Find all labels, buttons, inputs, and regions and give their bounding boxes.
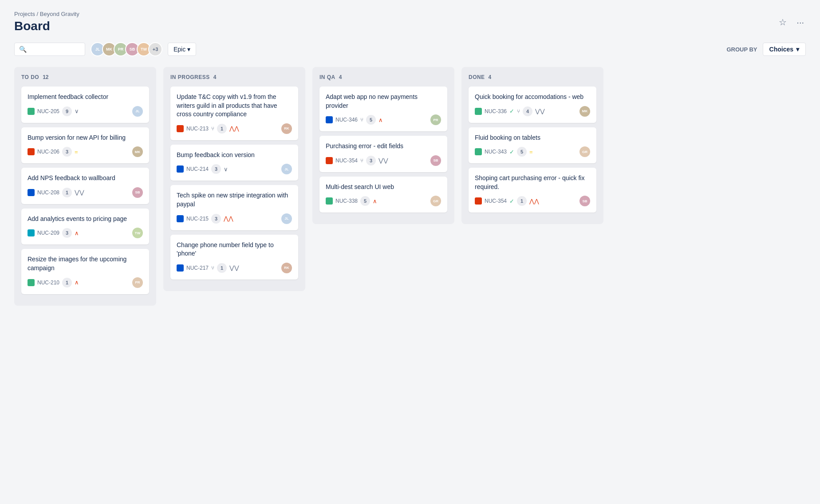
check-icon: ✓ — [509, 108, 514, 114]
check-icon: ✓ — [509, 198, 514, 205]
card[interactable]: Add NPS feedback to wallboard NUC-2081⋁⋁… — [21, 168, 149, 204]
card-title: Purchasing error - edit fields — [326, 142, 441, 151]
choices-button[interactable]: Choices ▾ — [763, 43, 806, 56]
card-footer: NUC-2093∧TW — [28, 228, 143, 238]
column-header: DONE 4 — [469, 74, 596, 80]
issue-type-icon — [177, 125, 184, 132]
issue-type-icon — [28, 189, 35, 196]
issue-id: NUC-346 — [335, 117, 358, 123]
card[interactable]: Implement feedback collector NUC-2059∨JL — [21, 87, 149, 123]
card-footer: NUC-2153⋀⋀JL — [177, 213, 292, 224]
count-badge: 3 — [211, 164, 221, 174]
count-badge: 1 — [62, 188, 72, 197]
card-title: Shoping cart purchasing error - quick fi… — [475, 174, 590, 191]
card-footer: NUC-343✓5=GR — [475, 146, 590, 157]
count-badge: 3 — [62, 147, 72, 157]
column-title: DONE — [469, 74, 485, 80]
search-input[interactable] — [29, 46, 80, 53]
card-avatar: JL — [281, 164, 292, 174]
choices-label: Choices — [769, 46, 793, 53]
card-title: Add NPS feedback to wallboard — [28, 174, 143, 183]
card-avatar: GR — [580, 146, 590, 157]
card-title: Fluid booking on tablets — [475, 134, 590, 142]
card[interactable]: Resize the images for the upcoming campa… — [21, 249, 149, 294]
chevron-down-icon: ▾ — [187, 46, 190, 53]
card-footer: NUC-354⑂3⋁⋁SB — [326, 155, 441, 166]
issue-type-icon — [28, 148, 35, 155]
board: TO DO 12 Implement feedback collector NU… — [14, 67, 806, 306]
column-count: 4 — [339, 74, 342, 80]
issue-type-icon — [28, 279, 35, 286]
issue-id: NUC-206 — [37, 149, 59, 155]
column-count: 12 — [43, 74, 48, 80]
issue-id: NUC-343 — [485, 149, 507, 155]
issue-type-icon — [28, 108, 35, 115]
issue-type-icon — [28, 229, 35, 236]
card-title: Tech spike on new stripe integration wit… — [177, 191, 292, 209]
count-badge: 1 — [217, 124, 227, 134]
column-done: DONE 4 Quick booking for accomodations -… — [461, 67, 603, 224]
card[interactable]: Bump version for new API for billing NUC… — [21, 127, 149, 164]
count-badge: 3 — [366, 156, 376, 165]
card-footer: NUC-2081⋁⋁SB — [28, 187, 143, 198]
card-footer: NUC-2101∧PR — [28, 277, 143, 288]
epic-filter-button[interactable]: Epic ▾ — [168, 43, 196, 56]
star-button[interactable]: ☆ — [777, 15, 788, 29]
card-title: Bump feedback icon version — [177, 151, 292, 160]
column-todo: TO DO 12 Implement feedback collector NU… — [14, 67, 156, 306]
card-title: Adapt web app no new payments provider — [326, 93, 441, 110]
issue-id: NUC-209 — [37, 230, 59, 236]
card-footer: NUC-213⑂1⋀⋀RK — [177, 123, 292, 134]
card[interactable]: Fluid booking on tablets NUC-343✓5=GR — [469, 127, 596, 164]
card-footer: NUC-336✓⑂4⋁⋁MK — [475, 106, 590, 117]
card[interactable]: Quick booking for accomodations - web NU… — [469, 87, 596, 123]
issue-type-icon — [475, 197, 482, 205]
issue-type-icon — [475, 148, 482, 155]
search-icon: 🔍 — [19, 46, 27, 53]
issue-id: NUC-215 — [186, 216, 209, 222]
card-footer: NUC-346⑂5∧PR — [326, 114, 441, 125]
card[interactable]: Tech spike on new stripe integration wit… — [170, 185, 298, 230]
card-avatar: SB — [132, 187, 143, 198]
column-count: 4 — [489, 74, 492, 80]
card-avatar: RK — [281, 263, 292, 273]
issue-id: NUC-354 — [335, 158, 358, 164]
card[interactable]: Add analytics events to pricing page NUC… — [21, 209, 149, 245]
issue-id: NUC-210 — [37, 280, 59, 286]
more-button[interactable]: ··· — [795, 16, 806, 29]
column-header: IN PROGRESS 4 — [170, 74, 298, 80]
column-title: IN QA — [319, 74, 335, 80]
card-avatar: MK — [132, 146, 143, 157]
card-title: Quick booking for accomodations - web — [475, 93, 590, 102]
column-title: TO DO — [21, 74, 39, 80]
breadcrumb: Projects / Beyond Gravity — [14, 11, 806, 17]
card[interactable]: Update T&C copy with v1.9 from the write… — [170, 87, 298, 140]
avatar-more[interactable]: +3 — [148, 42, 162, 56]
issue-type-icon — [177, 215, 184, 222]
issue-type-icon — [326, 197, 333, 205]
issue-id: NUC-213 — [186, 126, 209, 132]
card[interactable]: Change phone number field type to 'phone… — [170, 235, 298, 280]
card-avatar: PR — [430, 114, 441, 125]
count-badge: 4 — [523, 106, 532, 116]
issue-id: NUC-214 — [186, 166, 209, 172]
card-avatar: PR — [132, 277, 143, 288]
card[interactable]: Shoping cart purchasing error - quick fi… — [469, 168, 596, 213]
column-header: TO DO 12 — [21, 74, 149, 80]
card[interactable]: Adapt web app no new payments provider N… — [319, 87, 447, 131]
card-title: Add analytics events to pricing page — [28, 215, 143, 224]
pr-count: ⑂ — [211, 126, 214, 132]
count-badge: 1 — [62, 278, 72, 287]
group-by-label: GROUP BY — [726, 46, 757, 53]
card[interactable]: Multi-dest search UI web NUC-3385∧GR — [319, 177, 447, 213]
count-badge: 3 — [211, 214, 221, 224]
card-avatar: TW — [132, 228, 143, 238]
count-badge: 3 — [62, 228, 72, 238]
page-title: Board — [14, 19, 806, 33]
card[interactable]: Bump feedback icon version NUC-2143∨JL — [170, 145, 298, 181]
card[interactable]: Purchasing error - edit fields NUC-354⑂3… — [319, 136, 447, 172]
issue-id: NUC-217 — [186, 265, 209, 271]
card-footer: NUC-3385∧GR — [326, 196, 441, 206]
issue-type-icon — [326, 157, 333, 164]
issue-type-icon — [326, 116, 333, 123]
